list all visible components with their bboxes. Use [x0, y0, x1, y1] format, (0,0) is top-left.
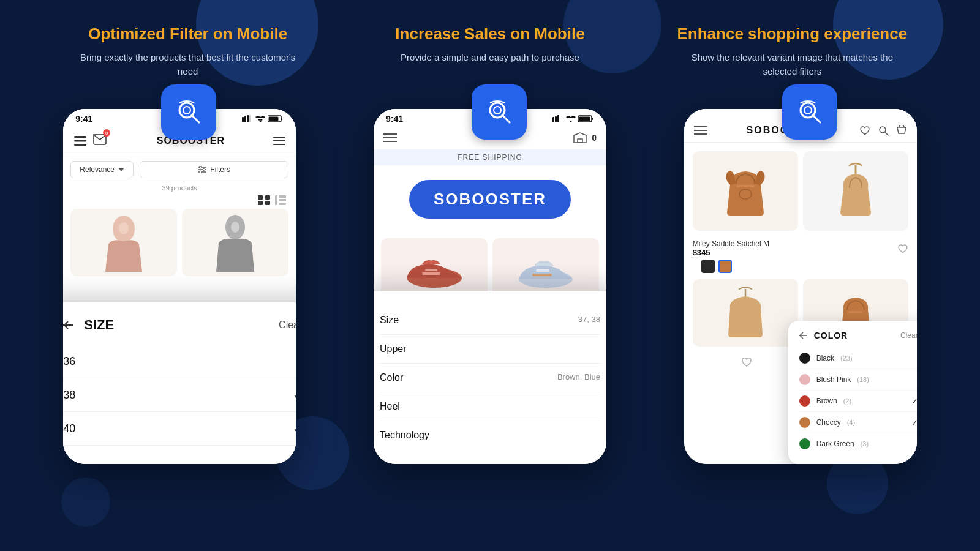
- app-badge-3: [782, 84, 837, 140]
- svg-point-7: [260, 121, 262, 123]
- svg-point-21: [203, 168, 205, 171]
- svg-rect-40: [555, 116, 557, 122]
- color-dot-darkgreen: [799, 438, 810, 449]
- product-thumb-2: [182, 209, 288, 276]
- check-38: ✓: [293, 388, 296, 402]
- svg-rect-26: [265, 201, 270, 205]
- svg-rect-13: [74, 144, 86, 146]
- svg-rect-39: [552, 117, 554, 122]
- color-dark-green[interactable]: Dark Green (3): [799, 433, 917, 454]
- svg-rect-5: [247, 115, 249, 122]
- size-panel-title: SIZE: [84, 317, 114, 333]
- phone-2-wrapper: 9:41 0 FREE SHIPPING: [361, 91, 619, 464]
- color-filter-panel: COLOR Clear Black (23) Blush: [788, 321, 917, 464]
- svg-rect-68: [848, 311, 863, 313]
- app-badge-1: [161, 84, 216, 140]
- size-item-36[interactable]: 36: [63, 345, 296, 378]
- svg-point-42: [570, 121, 571, 123]
- color-dot-black: [799, 353, 810, 364]
- filter-button[interactable]: Filters: [140, 161, 288, 178]
- color-clear-button[interactable]: Clear: [900, 331, 917, 340]
- svg-rect-49: [578, 139, 582, 143]
- phone3-header-icons: [859, 125, 907, 136]
- phone-2-frame: 9:41 0 FREE SHIPPING: [374, 109, 606, 464]
- svg-point-2: [183, 107, 190, 114]
- color-swatches: [693, 257, 908, 277]
- svg-point-20: [199, 166, 202, 168]
- svg-point-58: [804, 107, 812, 114]
- color-brown[interactable]: Brown (2) ✓: [799, 391, 917, 412]
- svg-rect-30: [279, 203, 286, 205]
- color-blush-pink[interactable]: Blush Pink (18): [799, 369, 917, 391]
- feature-title-3: Enhance shopping experience: [676, 24, 908, 43]
- app-badge-2: [472, 84, 527, 140]
- svg-rect-3: [242, 117, 244, 122]
- svg-rect-55: [532, 274, 552, 276]
- swatch-brown[interactable]: [718, 260, 732, 273]
- filter-heel[interactable]: Heel: [380, 392, 600, 421]
- filter-technology[interactable]: Technology: [380, 421, 600, 449]
- size-filter-panel: SIZE Clear 36 38 ✓ 40 ✓: [63, 302, 296, 464]
- check-40: ✓: [293, 422, 296, 435]
- svg-rect-23: [258, 195, 263, 200]
- bag-1: [693, 151, 798, 231]
- size-item-40[interactable]: 40 ✓: [63, 412, 296, 446]
- svg-rect-10: [269, 117, 279, 121]
- svg-rect-45: [579, 117, 590, 121]
- swatch-dark[interactable]: [701, 260, 715, 273]
- feature-desc-2: Provide a simple and easy path to purcha…: [374, 51, 606, 65]
- svg-point-22: [199, 171, 202, 173]
- feature-title-2: Increase Sales on Mobile: [374, 24, 606, 43]
- svg-rect-41: [557, 115, 559, 122]
- color-choccy[interactable]: Choccy (4) ✓: [799, 412, 917, 433]
- feature-desc-3: Show the relevant variant image that mat…: [676, 51, 908, 78]
- svg-line-1: [192, 115, 199, 122]
- bag-3: [693, 279, 798, 347]
- svg-rect-29: [279, 199, 286, 201]
- svg-rect-12: [74, 140, 86, 142]
- phone2-brand: SOBOOSTER: [434, 190, 546, 209]
- product-name: Miley Saddle Satchel M: [693, 239, 769, 248]
- svg-rect-9: [281, 118, 282, 120]
- feature-desc-1: Bring exactly the products that best fit…: [72, 51, 304, 78]
- svg-rect-27: [275, 195, 277, 205]
- svg-line-63: [885, 132, 888, 135]
- color-dot-blush: [799, 374, 810, 385]
- feature-block-2: Increase Sales on Mobile Provide a simpl…: [374, 24, 606, 78]
- free-shipping-bar: FREE SHIPPING: [374, 149, 606, 165]
- svg-rect-64: [736, 185, 755, 187]
- feature-block-3: Enhance shopping experience Show the rel…: [676, 24, 908, 78]
- color-dot-choccy: [799, 417, 810, 428]
- svg-rect-44: [592, 118, 593, 120]
- phone2-time: 9:41: [386, 114, 403, 124]
- svg-rect-54: [536, 269, 549, 272]
- shoe-1: [381, 238, 488, 299]
- filter-color[interactable]: Color Brown, Blue: [380, 364, 600, 392]
- product-thumb-1: [70, 209, 177, 276]
- color-black[interactable]: Black (23): [799, 348, 917, 369]
- phone-1-frame: 9:41 0 SOBOO: [63, 109, 296, 464]
- product-price: $345: [693, 248, 769, 257]
- svg-line-57: [813, 115, 820, 122]
- phone-3-wrapper: SOBOOSTER: [672, 91, 929, 464]
- filter-upper[interactable]: Upper: [380, 335, 600, 364]
- filter-size[interactable]: Size 37, 38: [380, 306, 600, 335]
- svg-rect-52: [422, 272, 440, 275]
- phone-3-frame: SOBOOSTER: [684, 109, 917, 464]
- svg-rect-25: [258, 201, 263, 205]
- svg-rect-24: [265, 195, 270, 200]
- svg-rect-4: [244, 116, 246, 122]
- products-count: 39 products: [63, 183, 296, 195]
- check-brown: ✓: [911, 397, 917, 406]
- color-panel-title: COLOR: [814, 331, 848, 340]
- svg-rect-51: [425, 269, 437, 271]
- sort-dropdown[interactable]: Relevance: [70, 161, 134, 178]
- svg-rect-28: [279, 195, 286, 198]
- svg-point-34: [231, 222, 239, 233]
- size-item-38[interactable]: 38 ✓: [63, 378, 296, 412]
- feature-title-1: Optimized Filter on Mobile: [72, 24, 304, 43]
- filter-popup: Size 37, 38 Upper Color Brown, Blue Heel…: [374, 291, 606, 464]
- size-clear-button[interactable]: Clear: [279, 320, 296, 331]
- bag-2: [803, 151, 908, 231]
- svg-point-38: [494, 107, 501, 114]
